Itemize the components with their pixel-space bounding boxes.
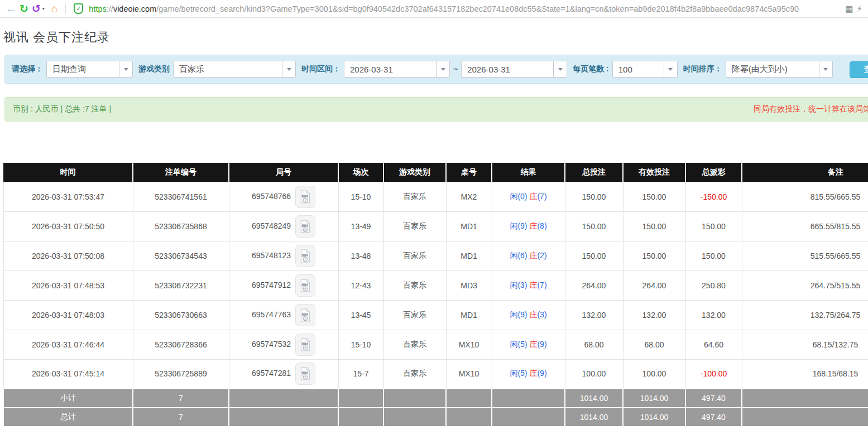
round-id-text: 695747912	[252, 280, 291, 289]
cell-table-no: MD1	[446, 211, 492, 241]
page-size-select[interactable]: 100	[612, 61, 678, 78]
cell-total-bet[interactable]: 68.00	[565, 330, 623, 359]
url-path: /game/betrecord_search/kind3?GameType=30…	[156, 4, 799, 13]
filter-group-query-type: 请选择： 日期查询	[12, 61, 133, 78]
cell-time: 2026-03-31 07:53:47	[3, 182, 133, 211]
sort-value: 降幂(由大到小)	[726, 61, 819, 77]
home-icon[interactable]: ⌂	[51, 3, 57, 14]
cell-table-no: MX10	[446, 330, 492, 359]
cell-game-type: 百家乐	[383, 359, 446, 389]
total-count: 7	[133, 408, 229, 427]
cell-total-bet[interactable]: 100.00	[565, 359, 623, 389]
cell-total-bet[interactable]: 132.00	[565, 300, 623, 330]
cell-result: 闲(0) 庄(7)	[492, 182, 565, 211]
game-type-select[interactable]: 百家乐	[173, 61, 296, 78]
chevron-down-icon[interactable]	[664, 61, 677, 77]
sort-label: 时间排序：	[683, 64, 722, 74]
video-replay-button[interactable]	[295, 274, 315, 297]
cell-time: 2026-03-31 07:50:50	[3, 211, 133, 241]
cell-session: 13-45	[338, 300, 383, 330]
cell-session: 12-43	[338, 270, 383, 300]
cell-valid-bet: 264.00	[623, 270, 685, 300]
header-game-type: 游戏类别	[383, 163, 446, 182]
round-id-text: 695748766	[252, 191, 291, 200]
subtotal-valid-bet: 1014.00	[623, 389, 685, 408]
table-row: 2026-03-31 07:48:03 523306730663 6957477…	[3, 300, 868, 330]
cell-time: 2026-03-31 07:48:03	[3, 300, 133, 330]
result-player: 闲(6)	[510, 251, 527, 260]
header-session: 场次	[338, 163, 383, 182]
date-from-select[interactable]: 2026-03-31	[344, 61, 450, 78]
qr-grid-icon[interactable]: ▦	[845, 4, 853, 13]
cell-game-type: 百家乐	[383, 182, 446, 211]
result-banker-score: (9)	[537, 369, 546, 378]
table-row: 2026-03-31 07:45:14 523306725889 6957472…	[3, 359, 868, 389]
total-label: 总计	[3, 408, 133, 427]
url-separator: ://	[107, 4, 113, 13]
cell-remark: 68.15/132.75	[742, 330, 868, 359]
subtotal-empty	[229, 389, 338, 408]
cell-total-bet[interactable]: 150.00	[565, 182, 623, 211]
date-to-select[interactable]: 2026-03-31	[461, 61, 567, 78]
result-player: 闲(5)	[510, 369, 527, 378]
security-shield-icon[interactable]: ✓	[74, 3, 83, 14]
page-size-label: 每页笔数 :	[573, 64, 609, 74]
address-bar[interactable]: https://videoie.com/game/betrecord_searc…	[89, 4, 842, 13]
chevron-down-icon[interactable]	[282, 61, 295, 77]
cell-table-no: MD3	[446, 270, 492, 300]
result-banker: 庄	[529, 251, 537, 260]
cell-total-bet[interactable]: 150.00	[565, 241, 623, 270]
date-range-tilde: ~	[453, 65, 458, 74]
bet-records-table: 时间 注单编号 局号 场次 游戏类别 桌号 结果 总投注 有效投注 总派彩 备注…	[3, 163, 868, 427]
lightning-icon[interactable]: ⚡	[856, 4, 862, 13]
cell-bet-id: 523306735868	[133, 211, 229, 241]
table-header-row: 时间 注单编号 局号 场次 游戏类别 桌号 结果 总投注 有效投注 总派彩 备注	[3, 163, 868, 182]
cell-total-bet[interactable]: 264.00	[565, 270, 623, 300]
video-replay-button[interactable]	[295, 362, 315, 385]
subtotal-empty	[492, 389, 565, 408]
result-player: 闲(0)	[510, 192, 527, 201]
chevron-down-icon[interactable]	[436, 61, 449, 77]
video-replay-button[interactable]	[295, 186, 315, 208]
game-type-value: 百家乐	[174, 61, 282, 77]
result-banker: 庄	[529, 310, 537, 319]
cell-time: 2026-03-31 07:48:53	[3, 270, 133, 300]
chevron-down-icon[interactable]	[119, 61, 132, 77]
header-round-id: 局号	[229, 163, 338, 182]
round-id-text: 695748123	[252, 250, 291, 259]
cell-session: 13-48	[338, 241, 383, 270]
video-replay-button[interactable]	[295, 304, 315, 326]
result-player: 闲(5)	[510, 340, 527, 349]
cell-bet-id: 523306732231	[133, 270, 229, 300]
undo-dropdown-caret-icon[interactable]: ▾	[42, 6, 45, 11]
back-icon[interactable]: ←	[6, 3, 16, 14]
cell-valid-bet: 150.00	[623, 182, 685, 211]
chevron-down-icon[interactable]	[819, 61, 832, 77]
query-type-select[interactable]: 日期查询	[46, 61, 133, 78]
cell-total-bet[interactable]: 150.00	[565, 211, 623, 241]
total-empty	[229, 408, 338, 427]
header-table-no: 桌号	[446, 163, 492, 182]
video-replay-button[interactable]	[295, 215, 315, 238]
table-row: 2026-03-31 07:48:53 523306732231 6957479…	[3, 270, 868, 300]
cell-round-id: 695747281	[229, 359, 338, 389]
filter-group-page-size: 每页笔数 : 100	[573, 61, 678, 78]
cell-game-type: 百家乐	[383, 330, 446, 359]
cell-remark: 168.15/68.15	[742, 359, 868, 389]
undo-icon[interactable]: ↺	[32, 3, 41, 14]
cell-valid-bet: 100.00	[623, 359, 685, 389]
video-replay-button[interactable]	[295, 334, 315, 356]
video-replay-button[interactable]	[295, 245, 315, 267]
chevron-down-icon[interactable]	[553, 61, 567, 77]
table-row: 2026-03-31 07:50:08 523306734543 6957481…	[3, 241, 868, 270]
sort-select[interactable]: 降幂(由大到小)	[726, 61, 833, 78]
cell-valid-bet: 150.00	[623, 241, 685, 270]
cell-result: 闲(3) 庄(7)	[492, 270, 565, 300]
header-total-payout: 总派彩	[685, 163, 742, 182]
cell-table-no: MD1	[446, 241, 492, 270]
filter-group-game-type: 游戏类别 百家乐	[138, 61, 296, 78]
refresh-icon[interactable]: ↻	[20, 3, 28, 14]
search-button[interactable]: 查询	[850, 61, 868, 78]
cell-table-no: MX10	[446, 359, 492, 389]
round-id-text: 695747763	[252, 310, 291, 318]
